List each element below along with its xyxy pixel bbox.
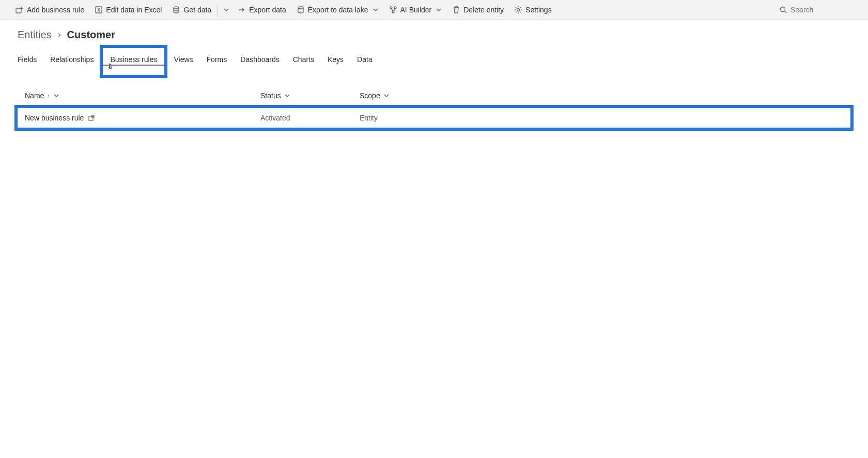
svg-point-4 (390, 7, 392, 9)
ai-builder-button[interactable]: AI Builder (384, 0, 447, 20)
column-header-name-label: Name (25, 91, 44, 100)
toolbar-divider (218, 5, 218, 15)
breadcrumb-root[interactable]: Entities (18, 29, 52, 41)
open-new-window-icon[interactable] (88, 114, 95, 121)
chevron-down-icon (436, 7, 442, 13)
gear-icon (514, 6, 522, 14)
chevron-right-icon (57, 31, 62, 39)
chevron-down-icon (284, 93, 290, 99)
ai-builder-label: AI Builder (400, 6, 432, 14)
svg-point-6 (392, 11, 394, 13)
sort-asc-icon: ↑ (47, 93, 50, 99)
tab-data[interactable]: Data (357, 50, 373, 69)
add-business-rule-label: Add business rule (27, 6, 84, 14)
excel-icon (95, 6, 103, 14)
settings-label: Settings (525, 6, 552, 14)
content-area: Entities Customer Fields Relationships B… (0, 20, 868, 131)
command-bar: Add business rule Edit data in Excel Get… (0, 0, 868, 20)
add-business-rule-button[interactable]: Add business rule (10, 0, 89, 20)
search-input[interactable] (791, 6, 853, 14)
chevron-down-icon (223, 7, 229, 13)
chevron-down-icon (373, 7, 379, 13)
get-data-dropdown-button[interactable] (219, 0, 233, 20)
column-header-status[interactable]: Status (260, 91, 360, 100)
svg-point-7 (517, 8, 520, 11)
entity-tabs: Fields Relationships Business rules View… (18, 50, 850, 77)
delete-icon (452, 6, 460, 14)
tab-keys[interactable]: Keys (328, 50, 344, 69)
tab-business-rules-label: Business rules (110, 55, 157, 64)
command-bar-left: Add business rule Edit data in Excel Get… (10, 0, 779, 20)
tab-relationships[interactable]: Relationships (50, 50, 94, 69)
search-icon (779, 6, 787, 14)
tab-dashboards[interactable]: Dashboards (240, 50, 280, 69)
export-data-button[interactable]: Export data (233, 0, 291, 20)
svg-point-2 (174, 7, 179, 9)
data-lake-icon (297, 6, 305, 14)
chevron-down-icon (53, 93, 59, 99)
export-data-lake-button[interactable]: Export to data lake (291, 0, 384, 20)
svg-point-5 (394, 7, 396, 9)
breadcrumb: Entities Customer (18, 29, 850, 41)
tab-views[interactable]: Views (174, 50, 193, 69)
cell-status: Activated (260, 114, 360, 122)
delete-entity-label: Delete entity (463, 6, 504, 14)
highlighted-row-annotation: New business rule Activated Entity (14, 105, 854, 131)
tab-fields[interactable]: Fields (18, 50, 37, 69)
cursor-pointer-icon (107, 63, 115, 71)
tab-business-rules[interactable]: Business rules (100, 45, 167, 78)
column-header-name[interactable]: Name ↑ (25, 91, 260, 100)
get-data-button[interactable]: Get data (167, 0, 216, 20)
search-box[interactable] (779, 6, 858, 14)
settings-button[interactable]: Settings (509, 0, 557, 20)
svg-rect-0 (16, 8, 21, 13)
rule-name-text[interactable]: New business rule (25, 114, 84, 122)
command-bar-right (779, 6, 858, 14)
breadcrumb-current: Customer (67, 29, 115, 41)
export-data-label: Export data (249, 6, 286, 14)
table-row[interactable]: New business rule Activated Entity (18, 108, 850, 128)
column-header-scope[interactable]: Scope (360, 91, 843, 100)
database-icon (172, 6, 180, 14)
column-header-scope-label: Scope (360, 91, 380, 100)
edit-data-excel-label: Edit data in Excel (106, 6, 162, 14)
svg-point-8 (781, 7, 785, 11)
column-header-status-label: Status (260, 91, 281, 100)
export-data-lake-label: Export to data lake (308, 6, 368, 14)
edit-data-excel-button[interactable]: Edit data in Excel (89, 0, 167, 20)
svg-point-3 (298, 7, 303, 9)
export-icon (238, 6, 246, 14)
tab-forms[interactable]: Forms (207, 50, 227, 69)
add-rule-icon (16, 6, 24, 14)
ai-builder-icon (389, 6, 397, 14)
chevron-down-icon (383, 93, 390, 99)
tab-charts[interactable]: Charts (293, 50, 314, 69)
get-data-label: Get data (183, 6, 211, 14)
cell-name: New business rule (25, 114, 260, 122)
cell-scope: Entity (360, 114, 843, 122)
table-header-row: Name ↑ Status Scope (18, 91, 850, 105)
delete-entity-button[interactable]: Delete entity (447, 0, 509, 20)
